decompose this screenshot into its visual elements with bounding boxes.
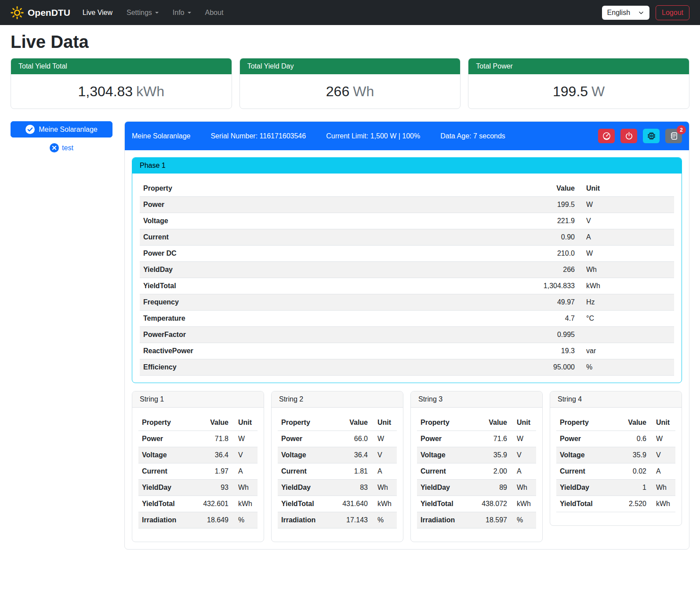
power-icon: [625, 132, 633, 140]
column-header-property: Property: [140, 181, 526, 197]
string-card-4: String 4 Property Value Unit: [550, 391, 682, 526]
cpu-icon: [647, 132, 656, 140]
string-card-header: String 1: [132, 391, 264, 408]
property-cell: Power: [278, 431, 331, 447]
value-cell: 199.5: [526, 197, 578, 213]
table-row: Current1.81A: [278, 463, 397, 480]
property-cell: Voltage: [138, 447, 192, 463]
table-row: Voltage35.9V: [556, 447, 675, 463]
table-row: Efficiency95.000%: [140, 359, 674, 376]
power-toggle-button[interactable]: [620, 129, 637, 143]
table-row: Current1.97A: [138, 463, 258, 480]
value-cell: 1.97: [192, 463, 232, 480]
sidebar-item-test[interactable]: test: [11, 143, 112, 152]
inverter-card: Meine Solaranlage Serial Number: 1161716…: [124, 121, 689, 550]
nav-item-live-view[interactable]: Live View: [83, 9, 112, 17]
phase-table: Property Value Unit Power199.5WVoltage22…: [140, 181, 674, 376]
system-select-button[interactable]: Meine Solaranlage: [11, 121, 112, 137]
journal-text-icon: [670, 132, 678, 140]
property-cell: PowerFactor: [140, 327, 526, 343]
nav-item-about[interactable]: About: [205, 9, 224, 17]
value-cell: 93: [192, 480, 232, 496]
speedometer-icon: [602, 132, 611, 140]
limit-settings-button[interactable]: [598, 129, 615, 143]
table-row: Voltage35.9V: [417, 447, 536, 463]
column-header-unit: Unit: [578, 181, 674, 197]
nav-links: Live View Settings Info About: [83, 9, 224, 17]
value-cell: 49.97: [526, 294, 578, 311]
table-row: YieldTotal432.601kWh: [138, 496, 258, 512]
unit-cell: °C: [578, 311, 674, 327]
device-info-button[interactable]: [643, 129, 660, 143]
table-row: Power71.8W: [138, 431, 258, 447]
language-select[interactable]: English: [602, 6, 649, 20]
nav-item-settings[interactable]: Settings: [127, 9, 159, 17]
unit-cell: W: [578, 197, 674, 213]
property-cell: Irradiation: [417, 512, 470, 528]
x-circle-icon: [50, 143, 59, 152]
property-cell: Power: [140, 197, 526, 213]
page-title: Live Data: [11, 32, 689, 52]
card-header: Total Yield Day: [240, 58, 461, 74]
nav-item-info[interactable]: Info: [173, 9, 191, 17]
value-cell: 221.9: [526, 213, 578, 229]
property-cell: YieldTotal: [140, 278, 526, 294]
table-header-row: Property Value Unit: [417, 415, 536, 431]
table-row: Power DC210.0W: [140, 246, 674, 262]
unit-cell: W: [511, 431, 536, 447]
column-header-property: Property: [278, 415, 331, 431]
event-count-badge: 2: [677, 125, 686, 134]
property-cell: Current: [556, 463, 609, 480]
language-selected-value: English: [607, 9, 630, 17]
string-1-table: Property Value Unit Power71.8WVoltage36.…: [138, 415, 258, 528]
unit-cell: Wh: [578, 262, 674, 278]
table-row: YieldTotal2.520kWh: [556, 496, 675, 512]
table-row: Power0.6W: [556, 431, 675, 447]
table-row: Current0.02A: [556, 463, 675, 480]
unit-cell: W: [232, 431, 258, 447]
column-header-value: Value: [331, 415, 371, 431]
value-cell: 266: [526, 262, 578, 278]
unit-cell: V: [511, 447, 536, 463]
unit-cell: kWh: [371, 496, 397, 512]
table-row: PowerFactor0.995: [140, 327, 674, 343]
unit-cell: %: [511, 512, 536, 528]
property-cell: Voltage: [556, 447, 609, 463]
property-cell: Efficiency: [140, 359, 526, 376]
logout-button[interactable]: Logout: [656, 5, 689, 20]
unit-cell: W: [371, 431, 397, 447]
unit-cell: Wh: [371, 480, 397, 496]
table-row: YieldDay83Wh: [278, 480, 397, 496]
brand[interactable]: OpenDTU: [11, 6, 70, 19]
event-log-button[interactable]: 2: [665, 129, 682, 143]
sun-icon: [11, 6, 24, 19]
unit-cell: kWh: [511, 496, 536, 512]
inverter-sidebar: Meine Solaranlage test: [11, 121, 112, 152]
chevron-down-icon: [638, 10, 644, 16]
value-cell: 66.0: [331, 431, 371, 447]
unit-cell: %: [232, 512, 258, 528]
property-cell: Power: [417, 431, 470, 447]
string-2-table: Property Value Unit Power66.0WVoltage36.…: [278, 415, 397, 528]
table-row: Voltage36.4V: [278, 447, 397, 463]
property-cell: Irradiation: [278, 512, 331, 528]
card-total-yield-total: Total Yield Total 1,304.83kWh: [11, 58, 232, 109]
main-content: Live Data Total Yield Total 1,304.83kWh …: [0, 32, 700, 563]
value-cell: 0.995: [526, 327, 578, 343]
value-cell: 4.7: [526, 311, 578, 327]
card-header: Total Yield Total: [11, 58, 232, 74]
brand-label: OpenDTU: [28, 7, 70, 18]
value-cell: 89: [470, 480, 511, 496]
property-cell: YieldDay: [278, 480, 331, 496]
card-total-yield-day: Total Yield Day 266Wh: [239, 58, 461, 109]
card-value: 1,304.83kWh: [11, 74, 232, 109]
value-cell: 71.8: [192, 431, 232, 447]
column-header-unit: Unit: [371, 415, 397, 431]
inverter-current-limit: Current Limit: 1,500 W | 100%: [326, 132, 420, 140]
string-card-1: String 1 Property Value Unit: [132, 391, 264, 542]
unit-cell: A: [232, 463, 258, 480]
unit-cell: kWh: [578, 278, 674, 294]
card-value: 266Wh: [240, 74, 461, 109]
table-row: ReactivePower19.3var: [140, 343, 674, 359]
column-header-value: Value: [470, 415, 511, 431]
